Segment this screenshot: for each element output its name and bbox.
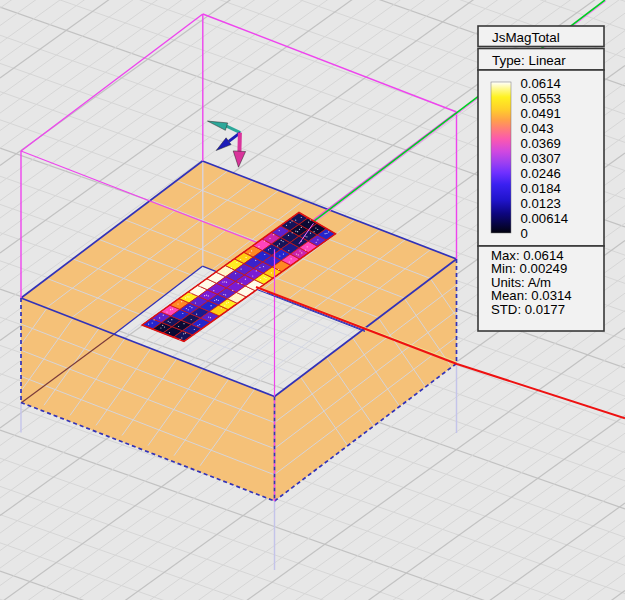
svg-text:0.0307: 0.0307 xyxy=(521,151,561,166)
svg-text:0.0553: 0.0553 xyxy=(521,91,561,106)
svg-text:0: 0 xyxy=(521,226,528,241)
svg-text:STD: 0.0177: STD: 0.0177 xyxy=(491,302,565,317)
svg-text:0.0614: 0.0614 xyxy=(521,76,561,91)
svg-text:0.0123: 0.0123 xyxy=(521,196,561,211)
svg-text:0.00614: 0.00614 xyxy=(521,211,569,226)
svg-text:0.0246: 0.0246 xyxy=(521,166,561,181)
svg-text:0.0491: 0.0491 xyxy=(521,106,561,121)
svg-text:Type: Linear: Type: Linear xyxy=(492,53,566,68)
svg-text:JsMagTotal: JsMagTotal xyxy=(492,30,560,45)
svg-text:0.0184: 0.0184 xyxy=(521,181,561,196)
svg-text:0.043: 0.043 xyxy=(521,121,554,136)
svg-text:0.0369: 0.0369 xyxy=(521,136,561,151)
